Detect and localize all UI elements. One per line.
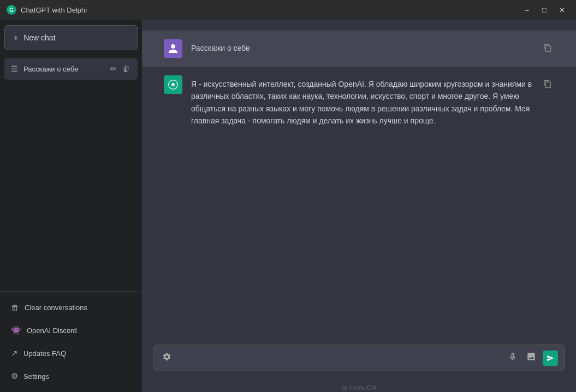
ai-avatar [164, 75, 182, 94]
input-box [153, 345, 565, 371]
user-message-group: Расскажи о себе [142, 31, 576, 67]
discord-icon: 👾 [11, 325, 21, 335]
footer-credit: by HemulGM [142, 382, 576, 392]
user-avatar [164, 39, 182, 58]
clear-conversations-icon: 🗑 [11, 303, 19, 312]
chat-input[interactable] [179, 352, 500, 365]
sidebar-item-updates-faq[interactable]: ↗ Updates FAQ [4, 342, 138, 365]
conversation-icon: ☰ [11, 64, 18, 73]
main-area: Расскажи о себе Я - искусственный инте [142, 20, 576, 392]
sidebar-item-openai-discord[interactable]: 👾 OpenAI Discord [4, 319, 138, 342]
new-chat-label: New chat [23, 33, 55, 42]
updates-faq-label: Updates FAQ [23, 349, 66, 358]
sidebar-item-settings[interactable]: ⚙ Settings [4, 365, 138, 388]
sidebar: + New chat ☰ Расскажи о себе ✏ 🗑 🗑 Clear… [0, 20, 142, 392]
sidebar-item-clear-conversations[interactable]: 🗑 Clear conversations [4, 296, 138, 319]
titlebar: G ChatGPT with Delphi – □ ✕ [0, 0, 576, 20]
input-settings-button[interactable] [160, 350, 174, 366]
conversation-title: Расскажи о себе [23, 65, 109, 73]
app-container: + New chat ☰ Расскажи о себе ✏ 🗑 🗑 Clear… [0, 20, 576, 392]
user-message-content: Расскажи о себе [191, 39, 532, 54]
chat-messages: Расскажи о себе Я - искусственный инте [142, 20, 576, 338]
input-area [142, 338, 576, 382]
settings-label: Settings [23, 372, 49, 381]
updates-faq-icon: ↗ [11, 348, 18, 358]
openai-discord-label: OpenAI Discord [27, 326, 77, 335]
mic-button[interactable] [506, 349, 520, 366]
close-button[interactable]: ✕ [554, 4, 569, 16]
image-button[interactable] [524, 349, 538, 366]
sidebar-top: + New chat [0, 20, 142, 56]
maximize-button[interactable]: □ [537, 4, 552, 16]
clear-conversations-label: Clear conversations [25, 304, 87, 312]
settings-icon: ⚙ [11, 371, 18, 381]
conversation-item[interactable]: ☰ Расскажи о себе ✏ 🗑 [4, 58, 138, 80]
app-icon: G [7, 5, 16, 15]
sidebar-conversations: ☰ Расскажи о себе ✏ 🗑 [0, 56, 142, 292]
delete-conversation-button[interactable]: 🗑 [121, 63, 131, 74]
copy-user-message-button[interactable] [541, 41, 554, 56]
sidebar-bottom: 🗑 Clear conversations 👾 OpenAI Discord ↗… [0, 292, 142, 392]
new-chat-button[interactable]: + New chat [4, 25, 138, 50]
svg-point-0 [171, 83, 175, 86]
conversation-actions: ✏ 🗑 [109, 63, 131, 74]
titlebar-left: G ChatGPT with Delphi [7, 5, 87, 15]
ai-message-group: Я - искусственный интеллект, созданный O… [142, 67, 576, 136]
titlebar-controls: – □ ✕ [519, 4, 569, 16]
new-chat-plus-icon: + [14, 33, 18, 42]
ai-message-content: Я - искусственный интеллект, созданный O… [191, 75, 532, 127]
edit-conversation-button[interactable]: ✏ [109, 63, 118, 74]
titlebar-title: ChatGPT with Delphi [21, 6, 87, 14]
send-button[interactable] [543, 351, 558, 366]
input-right-actions [506, 349, 558, 366]
minimize-button[interactable]: – [519, 4, 535, 16]
copy-ai-message-button[interactable] [541, 78, 554, 92]
